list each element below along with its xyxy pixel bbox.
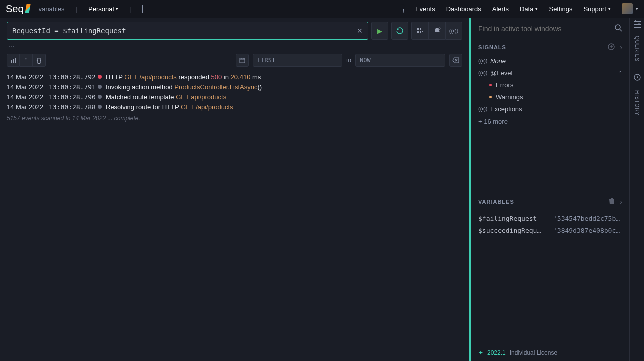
signals-more[interactable]: + 16 more bbox=[478, 115, 622, 125]
event-date: 14 Mar 2022 bbox=[7, 93, 45, 101]
svg-rect-8 bbox=[240, 58, 245, 63]
event-row[interactable]: 14 Mar 2022 13:00:28.790 Matched route t… bbox=[7, 92, 462, 102]
save-icon[interactable] bbox=[142, 5, 143, 13]
license-label: Individual License bbox=[510, 349, 557, 356]
event-date: 14 Mar 2022 bbox=[7, 73, 45, 81]
run-button[interactable]: ▶ bbox=[371, 22, 388, 40]
svg-point-14 bbox=[615, 25, 620, 30]
clear-query-icon[interactable]: ✕ bbox=[357, 27, 363, 35]
add-signal-button[interactable] bbox=[608, 43, 615, 52]
event-message: Matched route template GET api/products bbox=[106, 93, 226, 101]
query-input[interactable] bbox=[12, 27, 357, 35]
level-dot-icon bbox=[98, 75, 102, 79]
queries-tab[interactable]: QUERIES bbox=[634, 34, 640, 64]
signal-none[interactable]: ((•)) None bbox=[478, 55, 622, 67]
refresh-button[interactable] bbox=[391, 22, 408, 40]
sparkle-icon: ✦ bbox=[478, 349, 483, 356]
signal-level[interactable]: ((•)) @Level ⌃ bbox=[478, 67, 622, 79]
event-message: HTTP GET /api/products responded 500 in … bbox=[106, 73, 261, 81]
collapse-signals-button[interactable]: › bbox=[620, 43, 622, 51]
app-logo[interactable]: Seq bbox=[6, 3, 30, 15]
signals-heading: SIGNALS bbox=[478, 44, 506, 50]
svg-line-15 bbox=[620, 29, 622, 31]
signal-warnings[interactable]: Warnings bbox=[478, 91, 622, 103]
svg-rect-7 bbox=[15, 58, 16, 63]
event-time: 13:00:28.791 bbox=[49, 83, 94, 91]
suggestions-ellipsis: ... bbox=[0, 40, 469, 50]
queries-tab-icon[interactable] bbox=[634, 21, 641, 28]
variable-row[interactable]: $failingRequest'534547bedd2c75b… bbox=[478, 212, 622, 224]
signal-icon: ((•)) bbox=[478, 70, 486, 76]
nav-settings[interactable]: Settings bbox=[549, 5, 572, 13]
variable-name: $failingRequest bbox=[478, 215, 543, 222]
event-date: 14 Mar 2022 bbox=[7, 83, 45, 91]
signal-button[interactable]: ((•)) bbox=[445, 22, 462, 40]
find-input[interactable] bbox=[478, 25, 614, 33]
clear-time-button[interactable] bbox=[449, 54, 462, 67]
svg-rect-0 bbox=[417, 28, 419, 30]
delete-variables-button[interactable] bbox=[609, 198, 615, 206]
nav-alerts[interactable]: Alerts bbox=[492, 5, 509, 13]
svg-rect-6 bbox=[13, 59, 14, 63]
svg-rect-2 bbox=[417, 31, 419, 33]
event-time: 13:00:28.788 bbox=[49, 103, 94, 111]
event-row[interactable]: 14 Mar 2022 13:00:28.788 Resolving route… bbox=[7, 102, 462, 112]
event-row[interactable]: 14 Mar 2022 13:00:28.791 Invoking action… bbox=[7, 82, 462, 92]
level-dot-icon bbox=[98, 105, 102, 109]
history-tab[interactable]: HISTORY bbox=[634, 88, 640, 118]
collapse-variables-button[interactable]: › bbox=[620, 198, 622, 206]
svg-point-4 bbox=[438, 28, 440, 30]
event-row[interactable]: 14 Mar 2022 13:00:28.792 HTTP GET /api/p… bbox=[7, 72, 462, 82]
alerts-button[interactable] bbox=[428, 22, 445, 40]
error-dot-icon bbox=[489, 84, 492, 86]
variable-name: $succeedingReque… bbox=[478, 227, 543, 234]
chevron-up-icon: ⌃ bbox=[618, 70, 622, 76]
avatar[interactable] bbox=[622, 3, 633, 14]
signal-icon: ((•)) bbox=[478, 58, 486, 64]
json-view-button[interactable]: {} bbox=[33, 54, 46, 67]
nav-data[interactable]: Data▾ bbox=[520, 5, 538, 13]
variable-row[interactable]: $succeedingReque…'3849d387e408b0c… bbox=[478, 224, 622, 236]
signal-exceptions[interactable]: ((•)) Exceptions bbox=[478, 103, 622, 115]
event-time: 13:00:28.790 bbox=[49, 93, 94, 101]
history-tab-icon[interactable] bbox=[634, 74, 641, 82]
svg-rect-5 bbox=[11, 60, 12, 63]
to-label: to bbox=[346, 57, 351, 64]
signal-icon: ((•)) bbox=[478, 106, 486, 112]
nav-events[interactable]: Events bbox=[415, 5, 435, 13]
svg-rect-3 bbox=[420, 31, 421, 33]
breadcrumb-label: variables bbox=[39, 5, 65, 13]
svg-rect-1 bbox=[420, 28, 421, 30]
event-time: 13:00:28.792 bbox=[49, 73, 94, 81]
event-date: 14 Mar 2022 bbox=[7, 103, 45, 111]
level-dot-icon bbox=[98, 95, 102, 99]
event-message: Resolving route for HTTP GET /api/produc… bbox=[106, 103, 233, 111]
search-icon[interactable] bbox=[614, 24, 622, 33]
variables-heading: VARIABLES bbox=[478, 199, 514, 205]
scan-status: 5157 events scanned to 14 Mar 2022 ... c… bbox=[0, 113, 469, 124]
version-label[interactable]: 2022.1 bbox=[487, 349, 506, 356]
tick-view-button[interactable]: ' bbox=[20, 54, 33, 67]
calendar-button[interactable] bbox=[236, 54, 249, 67]
nav-support[interactable]: Support▾ bbox=[583, 5, 611, 13]
nav-dashboards[interactable]: Dashboards bbox=[446, 5, 481, 13]
signal-errors[interactable]: Errors bbox=[478, 79, 622, 91]
chart-view-button[interactable] bbox=[7, 54, 20, 67]
variable-value: '534547bedd2c75b… bbox=[553, 215, 622, 222]
theme-toggle-icon[interactable] bbox=[403, 5, 404, 13]
variable-value: '3849d387e408b0c… bbox=[553, 227, 622, 234]
time-from-input[interactable] bbox=[253, 54, 342, 67]
time-to-input[interactable] bbox=[355, 54, 445, 67]
event-message: Invoking action method ProductsControlle… bbox=[106, 83, 262, 91]
columns-button[interactable] bbox=[411, 22, 428, 40]
workspace-dropdown[interactable]: Personal▾ bbox=[88, 5, 118, 13]
user-menu-chevron[interactable]: ▾ bbox=[636, 6, 638, 11]
level-dot-icon bbox=[98, 85, 102, 89]
warning-dot-icon bbox=[489, 96, 492, 98]
